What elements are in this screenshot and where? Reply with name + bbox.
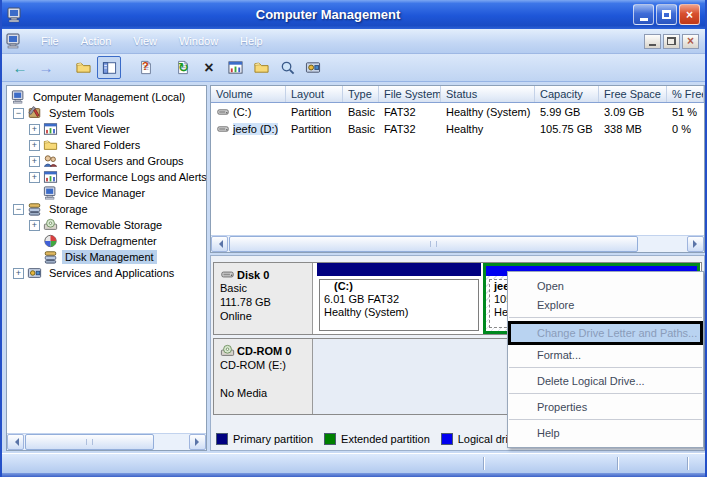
menu-separator	[509, 393, 702, 394]
close-button[interactable]: ×	[679, 4, 700, 25]
tree-item-storage[interactable]: − Storage	[7, 201, 206, 217]
volume-row-c[interactable]: (C:) Partition Basic FAT32 Healthy (Syst…	[211, 103, 704, 120]
event-viewer-icon	[43, 122, 58, 136]
disk0-type: Basic	[220, 281, 306, 295]
menu-separator	[509, 317, 702, 318]
collapse-icon[interactable]: −	[13, 108, 24, 119]
legend: Primary partition Extended partition Log…	[216, 430, 531, 447]
column-file-system[interactable]: File System	[379, 86, 441, 102]
legend-primary-partition: Primary partition	[216, 433, 313, 445]
tree-item-local-users-and-groups[interactable]: + Local Users and Groups	[7, 153, 206, 169]
status-bar	[2, 453, 705, 477]
expand-icon[interactable]: +	[29, 220, 40, 231]
volume-list-horizontal-scrollbar[interactable]	[211, 235, 704, 252]
mdi-restore-button[interactable]	[663, 34, 680, 49]
back-icon[interactable]: ←	[8, 56, 32, 79]
tree-item-computer-management[interactable]: Computer Management (Local)	[7, 89, 206, 105]
scroll-left-icon[interactable]	[211, 236, 228, 252]
performance-icon	[43, 170, 58, 184]
up-folder-icon[interactable]	[71, 56, 95, 79]
tree-item-disk-defragmenter[interactable]: Disk Defragmenter	[7, 233, 206, 249]
column-capacity[interactable]: Capacity	[535, 86, 599, 102]
scrollbar-thumb[interactable]	[229, 236, 638, 252]
computer-management-window: Computer Management × File Action View W…	[0, 0, 707, 477]
properties-icon[interactable]	[223, 56, 247, 79]
help-icon[interactable]: ?	[134, 56, 158, 79]
menu-window[interactable]: Window	[168, 32, 229, 50]
partition-context-menu: Open Explore Change Drive Letter and Pat…	[507, 271, 704, 448]
cdrom-label[interactable]: CD-ROM 0 CD-ROM (E:) No Media	[214, 339, 313, 414]
disk0-status: Online	[220, 309, 306, 323]
menu-separator	[509, 367, 702, 368]
disk-icon	[220, 268, 235, 281]
volume-list-header: Volume Layout Type File System Status Ca…	[211, 86, 704, 103]
menu-file[interactable]: File	[30, 32, 70, 50]
column-free-space[interactable]: Free Space	[599, 86, 667, 102]
search-icon[interactable]	[275, 56, 299, 79]
disk-management-icon	[43, 250, 58, 264]
scroll-left-icon[interactable]	[7, 434, 24, 450]
partition-c[interactable]: (C:) 6.01 GB FAT32 Healthy (System)	[317, 263, 481, 334]
show-hide-console-tree-icon[interactable]	[97, 56, 121, 79]
menu-item-properties[interactable]: Properties	[508, 397, 703, 416]
column-type[interactable]: Type	[343, 86, 379, 102]
tree-item-shared-folders[interactable]: + Shared Folders	[7, 137, 206, 153]
column-status[interactable]: Status	[441, 86, 535, 102]
collapse-icon[interactable]: −	[13, 204, 24, 215]
tree-item-removable-storage[interactable]: + Removable Storage	[7, 217, 206, 233]
tree-item-device-manager[interactable]: Device Manager	[7, 185, 206, 201]
users-icon	[43, 154, 58, 168]
menu-item-help[interactable]: Help	[508, 423, 703, 442]
title-bar: Computer Management ×	[2, 0, 705, 29]
delete-icon[interactable]: ×	[197, 56, 221, 79]
tree-item-performance-logs[interactable]: + Performance Logs and Alerts	[7, 169, 206, 185]
menu-item-delete-logical-drive[interactable]: Delete Logical Drive...	[508, 371, 703, 390]
console-tree-panel: Computer Management (Local) − System Too…	[6, 85, 207, 451]
volume-row-jeefo[interactable]: jeefo (D:) Partition Basic FAT32 Healthy…	[211, 120, 704, 137]
menu-view[interactable]: View	[122, 32, 168, 50]
window-title: Computer Management	[23, 7, 633, 22]
app-computer-icon	[7, 7, 23, 23]
cdrom-device: CD-ROM (E:)	[220, 358, 306, 372]
expand-icon[interactable]: +	[29, 124, 40, 135]
cdrom-status: No Media	[220, 386, 306, 400]
expand-icon[interactable]: +	[29, 156, 40, 167]
menu-item-explore[interactable]: Explore	[508, 295, 703, 314]
extended-partition-color-swatch	[324, 433, 336, 445]
scrollbar-thumb[interactable]	[25, 434, 154, 450]
tree-item-disk-management[interactable]: Disk Management	[7, 249, 206, 265]
mdi-minimize-button[interactable]	[644, 34, 661, 49]
menu-bar: File Action View Window Help ×	[2, 29, 705, 54]
disk0-label[interactable]: Disk 0 Basic 111.78 GB Online	[214, 263, 313, 334]
expand-icon[interactable]: +	[29, 140, 40, 151]
menu-help[interactable]: Help	[229, 32, 274, 50]
expand-icon[interactable]: +	[29, 172, 40, 183]
column-layout[interactable]: Layout	[286, 86, 343, 102]
menu-item-open[interactable]: Open	[508, 276, 703, 295]
tree-item-event-viewer[interactable]: + Event Viewer	[7, 121, 206, 137]
column-volume[interactable]: Volume	[211, 86, 286, 102]
menu-item-format[interactable]: Format...	[508, 345, 703, 364]
mdi-close-button[interactable]: ×	[682, 34, 699, 49]
minimize-button[interactable]	[633, 4, 654, 25]
open-folder-icon[interactable]	[249, 56, 273, 79]
drive-icon	[216, 106, 230, 118]
tools-icon	[27, 106, 42, 120]
drive-icon	[216, 123, 230, 135]
tree-item-system-tools[interactable]: − System Tools	[7, 105, 206, 121]
menu-item-change-drive-letter-and-paths[interactable]: Change Drive Letter and Paths...	[508, 321, 703, 345]
forward-icon[interactable]: →	[34, 56, 58, 79]
display-icon[interactable]	[301, 56, 325, 79]
removable-storage-icon	[43, 218, 58, 232]
scroll-right-icon[interactable]	[687, 236, 704, 252]
scroll-right-icon[interactable]	[189, 434, 206, 450]
expand-icon[interactable]: +	[13, 268, 24, 279]
primary-partition-color-swatch	[216, 433, 228, 445]
tree-item-services-and-applications[interactable]: + Services and Applications	[7, 265, 206, 281]
menu-action[interactable]: Action	[70, 32, 123, 50]
column-percent-free[interactable]: % Free	[667, 86, 704, 102]
disk0-size: 111.78 GB	[220, 295, 306, 309]
tree-horizontal-scrollbar[interactable]	[7, 433, 206, 450]
maximize-button[interactable]	[656, 4, 677, 25]
refresh-icon[interactable]: ↻	[171, 56, 195, 79]
